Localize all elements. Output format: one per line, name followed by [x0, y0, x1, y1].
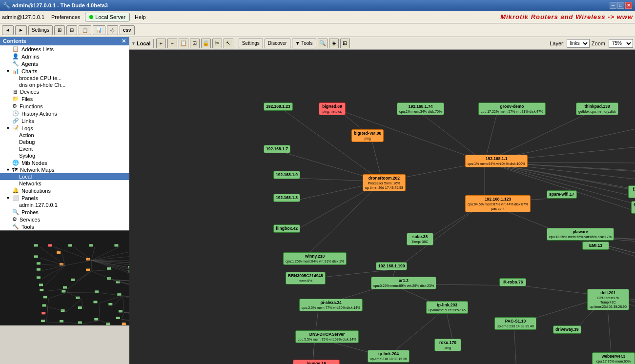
zoom-select[interactable]: 75% 100% 50%: [609, 39, 633, 48]
back-button[interactable]: ◄: [2, 25, 14, 35]
network-node-n42[interactable]: pi-alexa.24cpu:2.5% mem:77% virt:30% dis…: [299, 299, 363, 311]
network-node-n5[interactable]: thinkpad.138getblok,cpu,memory,disk: [576, 102, 618, 115]
settings-button[interactable]: Settings: [28, 25, 53, 35]
sidebar-item-functions[interactable]: ▶⚙Functions: [0, 102, 129, 110]
sidebar-item-notifications[interactable]: ▶🔔Notifications: [0, 187, 129, 194]
map-canvas[interactable]: 192.168.1.23bigRed.69ping, netbios192.16…: [129, 50, 635, 364]
network-node-n54[interactable]: lounge.16ping, ftp, pac conf, per, man: [293, 360, 340, 364]
help-menu[interactable]: Help: [131, 13, 150, 21]
network-node-n33[interactable]: EMI.13: [582, 242, 609, 250]
tree-item-label: Functions: [20, 103, 43, 109]
network-node-n40[interactable]: dell.201CPU:5min:1% Temp:42C up-time:23d…: [587, 289, 629, 310]
cursor-button[interactable]: ↖: [224, 39, 233, 48]
sidebar-close-icon[interactable]: ✕: [122, 38, 126, 44]
sidebar-item-debug[interactable]: ▶Debug: [0, 139, 129, 145]
sidebar-item-networks[interactable]: ▶Networks: [0, 180, 129, 187]
network-node-n39[interactable]: IR-robo.76: [499, 278, 526, 286]
node-title: 192.168.1.123: [468, 197, 528, 202]
network-node-n8[interactable]: bigRed-VM.08ping: [351, 129, 384, 142]
svg-line-2: [485, 110, 498, 162]
network-node-n7[interactable]: 192.168.1.7: [264, 145, 290, 153]
toolbar-btn-3[interactable]: 📋: [79, 25, 91, 35]
network-node-n24[interactable]: f.iPod.70ping: [628, 185, 635, 198]
tree-item-label: Tools: [21, 224, 34, 230]
network-node-n2[interactable]: bigRed.69ping, netbios: [319, 102, 346, 115]
remove-node-button[interactable]: −: [167, 39, 177, 48]
network-view-button[interactable]: ◈: [329, 39, 339, 48]
network-node-n1[interactable]: 192.168.1.23: [264, 102, 293, 111]
network-node-n37[interactable]: BRN3005C214948mem:0%: [286, 272, 326, 284]
minimize-button[interactable]: ─: [610, 2, 616, 9]
network-node-n26[interactable]: plawarecpu:13.25% mem:65% virt:05% disk:…: [547, 228, 614, 241]
network-node-n38[interactable]: ar1.2cpu:0.25% mem:89% virt:29% disk:23%: [371, 277, 436, 289]
network-node-n49[interactable]: roku.170ping: [434, 339, 461, 351]
copy-button[interactable]: 📋: [179, 39, 188, 48]
network-node-n53[interactable]: tp-link.204up-time:21d 18:38:15.36: [368, 350, 410, 363]
network-node-n3[interactable]: 192.168.1.74cpu:1% mem:34% disk:70%: [397, 102, 444, 115]
network-node-n48[interactable]: DNS-DHCP.Servercpu:5.5% mem:75% virt:09%…: [295, 330, 359, 343]
sidebar-item-panels[interactable]: ▼⬜Panels: [0, 194, 129, 202]
node-info: ping: [437, 345, 459, 350]
network-node-n28[interactable]: 192.168.1.199: [376, 262, 407, 270]
local-server-button[interactable]: Local Server: [85, 13, 130, 21]
sidebar-item-files[interactable]: ▶📁Files: [0, 95, 129, 102]
sidebar-item-admin127001[interactable]: ▶admin 127.0.0.1: [0, 202, 129, 208]
tools-dropdown-button[interactable]: ▼ Tools: [292, 39, 316, 48]
layer-select[interactable]: links: [567, 39, 590, 48]
sidebar-item-admins[interactable]: ▶👤Admins: [0, 53, 129, 60]
node-info: getblok,cpu,memory,disk: [578, 109, 616, 114]
node-info: cpu:2.5% mem:77% virt:30% disk:14%: [302, 305, 360, 310]
sidebar-item-dnsonpiholech[interactable]: ▶dns on pi-hole Ch...: [0, 81, 129, 88]
sidebar-item-links[interactable]: ▶🔗Links: [0, 117, 129, 124]
sidebar-item-probes[interactable]: ▶🔍Probes: [0, 208, 129, 216]
network-node-n29[interactable]: winny.210cpu:1.25% mem:04% virt:31% disk…: [283, 252, 347, 265]
network-node-n18[interactable]: 192.168.1.123cpu:04.5% mem:67% virt:44% …: [465, 195, 531, 212]
sidebar-item-agents[interactable]: ▶🔧Agents: [0, 60, 129, 67]
network-node-n44[interactable]: PAC-S1.10up-time:23d 14:38:39.40: [494, 317, 536, 330]
sidebar-item-charts[interactable]: ▼📊Charts: [0, 67, 129, 75]
network-node-n50[interactable]: webserver.3cpu:17.75% mem:60% virt:30% d…: [592, 352, 635, 364]
lock-button[interactable]: 🔒: [201, 39, 211, 48]
network-node-n45[interactable]: driveway.39: [553, 325, 581, 334]
sidebar-item-brocadecpute[interactable]: ▶brocade CPU te...: [0, 75, 129, 81]
network-node-n43[interactable]: tp-link.203up-time:21d 15:23:57.45: [426, 301, 468, 314]
sidebar-item-tools[interactable]: ▶🔨Tools: [0, 223, 129, 230]
sidebar-item-devices[interactable]: ▶🖥Devices: [0, 88, 129, 95]
sidebar-item-logs[interactable]: ▼📝Logs: [0, 124, 129, 132]
search-button[interactable]: 🔍: [318, 39, 328, 48]
network-node-n12[interactable]: 192.168.1.1cpu:1% mem:64% virt:04% disk:…: [465, 155, 528, 167]
network-node-n20[interactable]: f.iPhone.71ping: [631, 201, 635, 214]
toolbar-btn-2[interactable]: ⊟: [66, 25, 77, 35]
toolbar-btn-5[interactable]: ◎: [107, 25, 118, 35]
forward-button[interactable]: ►: [15, 25, 27, 35]
close-button[interactable]: ✕: [625, 2, 632, 9]
network-node-n25[interactable]: flingbox.42: [273, 224, 300, 233]
toolbar-btn-6[interactable]: csv: [120, 25, 135, 35]
sidebar-item-mibnodes[interactable]: ▶🌐Mib Nodes: [0, 159, 129, 166]
sidebar-item-services[interactable]: ▶⚙Services: [0, 216, 129, 223]
network-node-n19[interactable]: spare-wifi.17: [547, 190, 577, 199]
toolbar-btn-4[interactable]: 📊: [93, 25, 105, 35]
grid-view-button[interactable]: ⊞: [340, 39, 350, 48]
sidebar-item-addresslists[interactable]: ▶📋Address Lists: [0, 45, 129, 53]
title-bar-controls[interactable]: ─ □ ✕: [610, 2, 632, 9]
grid-button[interactable]: ⊡: [190, 39, 200, 48]
link-button[interactable]: ✂: [212, 39, 222, 48]
maximize-button[interactable]: □: [617, 2, 624, 9]
network-node-n11[interactable]: droneRoom.202Processor 5min: 26% up-time…: [363, 174, 406, 191]
sidebar-item-local[interactable]: ▶Local: [0, 173, 129, 180]
discover-button[interactable]: Discover: [265, 39, 290, 48]
network-node-n27[interactable]: solar.38Temp: 35C: [407, 233, 433, 245]
network-node-n10[interactable]: 192.168.1.9: [273, 171, 300, 179]
sidebar-item-event[interactable]: ▶Event: [0, 145, 129, 152]
sidebar-item-syslog[interactable]: ▶Syslog: [0, 152, 129, 159]
preferences-menu[interactable]: Preferences: [47, 13, 84, 21]
add-node-button[interactable]: +: [156, 39, 166, 48]
toolbar-btn-1[interactable]: ⊞: [54, 25, 65, 35]
sidebar-item-action[interactable]: ▶Action: [0, 132, 129, 139]
network-node-n17[interactable]: 192.168.1.3: [273, 194, 300, 202]
sidebar-item-networkmaps[interactable]: ▼🗺Network Maps: [0, 166, 129, 173]
network-node-n4[interactable]: groov-democpu:17.22% mem:57% virt:31% di…: [478, 102, 546, 115]
sidebar-item-historyactions[interactable]: ▶🕒History Actions: [0, 110, 129, 117]
map-settings-button[interactable]: Settings: [239, 39, 263, 48]
